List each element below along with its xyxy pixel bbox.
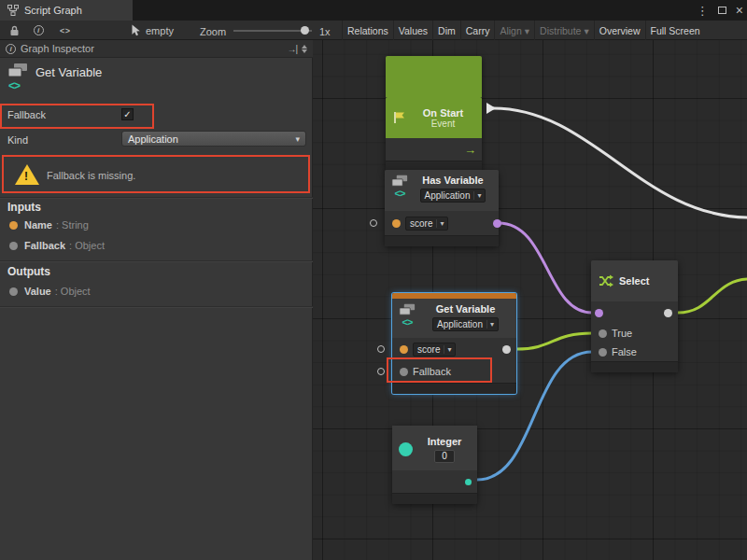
zoom-slider-handle[interactable] [301, 26, 309, 35]
name-input-port[interactable] [392, 219, 401, 228]
chevron-down-icon: ▾ [295, 134, 300, 144]
graph-canvas[interactable]: On Start Event → <> [313, 40, 747, 560]
on-start-header: On Start Event [386, 97, 482, 138]
inspect-button[interactable]: i [28, 23, 49, 37]
close-icon[interactable]: × [736, 4, 743, 17]
get-variable-header: <> Get Variable Application ▾ [392, 299, 516, 338]
dock-icon[interactable]: →| [287, 44, 297, 54]
flow-connection-arrow [486, 103, 496, 114]
node-title: Integer [428, 436, 462, 447]
variables-icon [391, 175, 408, 187]
check-icon: ✓ [123, 109, 131, 119]
kind-dropdown[interactable]: Application ▾ [432, 317, 499, 331]
node-subtitle: Event [412, 119, 474, 129]
unconnected-input-port[interactable] [377, 368, 385, 375]
chevron-down-icon: ▾ [436, 219, 444, 228]
unconnected-input-port[interactable] [370, 219, 377, 227]
unit-code-icon: <> [395, 188, 405, 199]
integer-header: Integer 0 [392, 426, 477, 470]
object-port-dot [9, 287, 18, 296]
object-port-dot [9, 242, 18, 250]
chevron-down-icon: ▾ [444, 345, 451, 354]
graph-icon [7, 5, 19, 16]
outputs-header: Outputs [7, 265, 50, 278]
integer-value-field[interactable]: 0 [434, 450, 455, 463]
true-port-label: True [612, 328, 632, 339]
lock-button[interactable] [4, 23, 24, 37]
fallback-port-label: Fallback [413, 366, 451, 377]
inspector-title: Graph Inspector [21, 43, 94, 54]
unconnected-input-port[interactable] [377, 345, 385, 353]
wire-select-output[interactable] [678, 279, 747, 313]
code-view-button[interactable]: < > [54, 23, 75, 37]
tab-script-graph[interactable]: Script Graph [0, 0, 133, 21]
fallback-input-port[interactable] [400, 368, 408, 376]
warning-text: Fallback is missing. [47, 170, 135, 181]
integer-type-icon [399, 442, 413, 456]
kind-field-label: Kind [7, 134, 28, 146]
dim-button[interactable]: Dim [432, 21, 460, 40]
kind-dropdown[interactable]: Application ▾ [121, 131, 306, 147]
fallback-checkbox[interactable]: ✓ [121, 108, 134, 120]
variables-icon [7, 63, 28, 77]
name-input-port[interactable] [400, 345, 408, 354]
false-port-label: False [612, 346, 637, 357]
string-port-dot [9, 221, 18, 230]
inspector-header: i Graph Inspector →| [0, 40, 313, 58]
node-on-start[interactable]: On Start Event → [386, 56, 482, 172]
maximize-icon[interactable] [718, 7, 726, 14]
true-input-port[interactable] [599, 329, 607, 338]
variables-icon [399, 303, 416, 315]
unit-code-icon: <> [8, 79, 20, 92]
info-icon: i [34, 25, 44, 35]
chevron-down-icon: ▾ [486, 320, 494, 329]
condition-input-port[interactable] [595, 309, 603, 317]
flow-output-port[interactable]: → [464, 143, 476, 157]
scroll-buttons[interactable] [302, 45, 307, 53]
select-icon [599, 274, 613, 287]
value-output-port[interactable] [502, 345, 511, 354]
overview-button[interactable]: Overview [594, 21, 645, 40]
node-select[interactable]: Select True False [591, 260, 678, 372]
relations-button[interactable]: Relations [342, 21, 393, 40]
info-icon: i [6, 44, 16, 54]
zoom-label: Zoom [200, 26, 226, 37]
inspected-node-title: Get Variable [35, 65, 102, 79]
integer-output-port[interactable] [465, 479, 472, 485]
wire-onstart-flow[interactable] [493, 108, 747, 217]
input-row-name: Name: String [9, 219, 89, 231]
variable-name-dropdown[interactable]: score ▾ [405, 217, 448, 231]
window-menu-icon[interactable]: ⋮ [697, 4, 709, 18]
tab-title: Script Graph [24, 5, 82, 16]
select-header: Select [591, 260, 678, 301]
node-has-variable[interactable]: <> Has Variable Application ▾ score ▾ [385, 170, 499, 246]
graph-toolbar: i < > empty Zoom 1x Relations Values Dim… [0, 21, 747, 40]
chevron-down-icon: ▾ [525, 25, 529, 36]
kind-dropdown[interactable]: Application ▾ [420, 189, 486, 203]
cursor-icon [131, 24, 141, 36]
chevron-down-icon: ▾ [584, 25, 588, 36]
variable-name-dropdown[interactable]: score ▾ [413, 343, 456, 357]
distribute-dropdown[interactable]: Distribute▾ [534, 21, 594, 40]
fallback-field-label: Fallback [7, 109, 46, 120]
warning-box: ! Fallback is missing. [2, 156, 311, 194]
selection-status: empty [146, 25, 174, 36]
false-input-port[interactable] [599, 348, 607, 357]
values-button[interactable]: Values [393, 21, 432, 40]
wire-getvariable-to-select-true[interactable] [516, 333, 592, 349]
inputs-header: Inputs [7, 201, 41, 214]
full-screen-button[interactable]: Full Screen [645, 21, 705, 40]
output-row-value: Value: Object [9, 286, 91, 297]
lock-icon [9, 25, 20, 36]
selection-output-port[interactable] [664, 309, 672, 317]
carry-button[interactable]: Carry [460, 21, 495, 40]
node-title: Get Variable [436, 303, 496, 315]
has-variable-header: <> Has Variable Application ▾ [385, 170, 499, 211]
graph-inspector-panel: i Graph Inspector →| <> Get Variable Fal… [0, 40, 313, 560]
align-dropdown[interactable]: Align▾ [494, 21, 534, 40]
node-title: Select [619, 275, 649, 287]
node-get-variable-selected[interactable]: <> Get Variable Application ▾ score ▾ [392, 293, 516, 394]
bool-output-port[interactable] [493, 219, 501, 228]
code-icon: < > [60, 26, 69, 35]
node-integer[interactable]: Integer 0 [392, 426, 477, 504]
